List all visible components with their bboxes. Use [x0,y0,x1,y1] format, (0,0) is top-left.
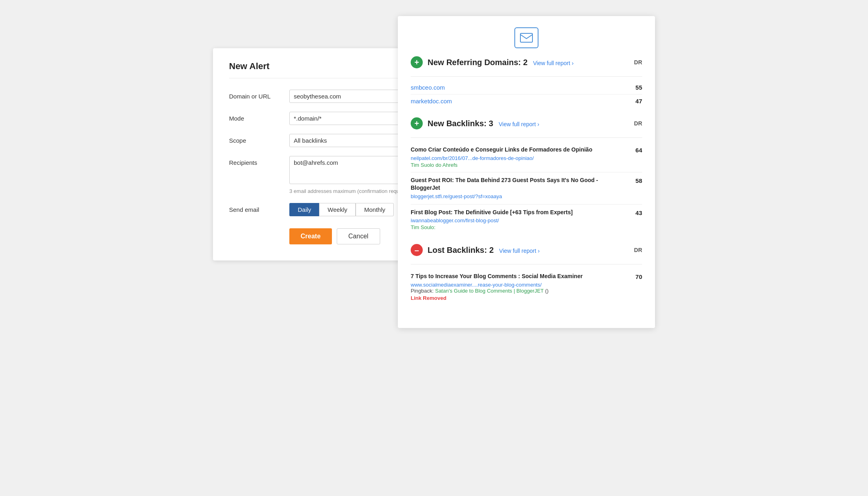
referring-domains-view-report[interactable]: View full report › [533,60,574,66]
minus-icon-lost: – [411,244,423,256]
backlink-title-2: First Blog Post: The Definitive Guide [+… [411,209,626,217]
backlink-item-1: Guest Post ROI: The Data Behind 273 Gues… [411,172,642,205]
scope-label: Scope [229,134,289,144]
daily-button[interactable]: Daily [289,203,319,216]
referring-domains-dr-label: DR [634,59,642,66]
backlink-title-0: Como Criar Conteúdo e Conseguir Links de… [411,146,626,154]
lost-backlinks-divider [411,264,642,264]
mode-label: Mode [229,112,289,122]
recipients-label: Recipients [229,156,289,166]
new-referring-domains-section: + New Referring Domains: 2 View full rep… [411,56,642,108]
domain-link-smbceo[interactable]: smbceo.com [411,84,635,91]
lost-backlink-title-0: 7 Tips to Increase Your Blog Comments : … [411,273,626,281]
pingback-text-0: Pingback: Satan's Guide to Blog Comments… [411,288,626,294]
backlink-info-2: First Blog Post: The Definitive Guide [+… [411,209,626,231]
new-backlinks-header: + New Backlinks: 3 View full report › DR [411,117,642,133]
link-removed-badge-0: Link Removed [411,295,446,301]
backlink-url-2[interactable]: iwannabeablogger.com/first-blog-post/ [411,217,626,223]
new-backlinks-view-report[interactable]: View full report › [499,121,539,127]
referring-domains-header: + New Referring Domains: 2 View full rep… [411,56,642,72]
weekly-button[interactable]: Weekly [319,203,356,216]
create-button[interactable]: Create [289,228,332,244]
backlink-info-1: Guest Post ROI: The Data Behind 273 Gues… [411,176,626,200]
email-icon [520,33,533,43]
plus-icon-referring: + [411,56,423,68]
backlink-info-0: Como Criar Conteúdo e Conseguir Links de… [411,146,626,168]
lost-backlinks-section: – Lost Backlinks: 2 View full report › D… [411,244,642,305]
domain-item-marketdoc: marketdoc.com 47 [411,94,642,108]
new-backlinks-title: New Backlinks: 3 View full report › [428,119,539,128]
monthly-button[interactable]: Monthly [356,203,394,216]
backlink-item-0: Como Criar Conteúdo e Conseguir Links de… [411,142,642,172]
cancel-button[interactable]: Cancel [337,228,380,244]
svg-rect-0 [520,33,532,42]
new-backlinks-divider [411,137,642,138]
new-backlinks-dr-label: DR [634,120,642,127]
backlink-dr-2: 43 [626,209,642,216]
backlink-title-1: Guest Post ROI: The Data Behind 273 Gues… [411,176,626,192]
domain-item-smbceo: smbceo.com 55 [411,81,642,94]
lost-backlink-dr-0: 70 [626,273,642,280]
lost-backlinks-dr-label: DR [634,247,642,253]
lost-backlinks-view-report[interactable]: View full report › [499,248,540,254]
send-email-label: Send email [229,203,289,213]
backlink-author-2: Tim Soulo: [411,224,626,230]
backlink-author-0: Tim Suolo do Ahrefs [411,162,626,168]
email-icon-box [514,27,538,48]
domain-dr-smbceo: 55 [635,84,642,91]
lost-backlinks-header: – Lost Backlinks: 2 View full report › D… [411,244,642,259]
email-icon-wrapper [411,27,642,48]
plus-icon-backlinks: + [411,117,423,129]
backlink-item-2: First Blog Post: The Definitive Guide [+… [411,205,642,235]
pingback-link-0[interactable]: Satan's Guide to Blog Comments | Blogger… [435,288,544,294]
referring-domains-title: New Referring Domains: 2 View full repor… [428,58,573,67]
backlink-dr-1: 58 [626,176,642,184]
backlink-url-0[interactable]: neilpatel.com/br/2016/07...de-formadores… [411,155,626,161]
lost-backlink-info-0: 7 Tips to Increase Your Blog Comments : … [411,273,626,301]
domain-link-marketdoc[interactable]: marketdoc.com [411,98,635,105]
backlink-url-1[interactable]: bloggerjet.stfi.re/guest-post/?sf=xoaaya [411,193,626,199]
lost-backlink-item-0: 7 Tips to Increase Your Blog Comments : … [411,268,642,305]
email-preview-panel: + New Referring Domains: 2 View full rep… [398,16,655,328]
new-backlinks-section: + New Backlinks: 3 View full report › DR… [411,117,642,234]
referring-domains-divider [411,76,642,77]
domain-label: Domain or URL [229,90,289,100]
backlink-dr-0: 64 [626,146,642,154]
domain-dr-marketdoc: 47 [635,98,642,105]
lost-backlink-url-0[interactable]: www.socialmediaexaminer....rease-your-bl… [411,282,626,288]
lost-backlinks-title: Lost Backlinks: 2 View full report › [428,246,540,255]
